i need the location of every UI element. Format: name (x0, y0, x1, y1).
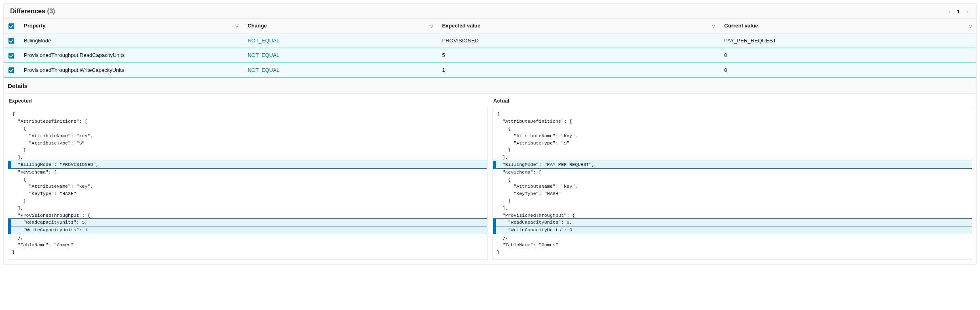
code-line: "ProvisionedThroughput": { (493, 212, 972, 219)
row-checkbox-cell[interactable] (4, 63, 19, 78)
checkbox-icon[interactable] (8, 23, 14, 29)
code-line: "AttributeName": "key", (8, 183, 487, 190)
code-line: { (493, 125, 972, 132)
code-line: }, (493, 234, 972, 241)
expected-column: Expected { "AttributeDefinitions": [ { "… (8, 94, 488, 259)
code-line: "WriteCapacityUnits": 1 (8, 226, 487, 234)
actual-label: Actual (493, 98, 972, 104)
cell-expected: PROVISIONED (437, 33, 720, 48)
table-row[interactable]: ProvisionedThroughput.WriteCapacityUnits… (4, 63, 976, 78)
cell-change[interactable]: NOT_EQUAL (243, 63, 437, 78)
code-line: } (493, 147, 972, 154)
checkbox-icon[interactable] (8, 67, 14, 73)
code-line: "AttributeName": "key", (493, 132, 972, 140)
cell-property: ProvisionedThroughput.ReadCapacityUnits (19, 48, 243, 63)
code-line: "AttributeDefinitions": [ (493, 118, 972, 125)
code-line: "AttributeType": "S" (8, 140, 487, 147)
differences-header: Differences (3) ‹ 1 › (4, 4, 976, 18)
column-header-property[interactable]: Property ▽ (19, 19, 243, 34)
sort-icon[interactable]: ▽ (969, 23, 972, 28)
actual-column: Actual { "AttributeDefinitions": [ { "At… (492, 94, 972, 259)
code-line: } (493, 249, 972, 256)
cell-current: PAY_PER_REQUEST (719, 33, 976, 48)
code-line: } (8, 147, 487, 154)
code-line: }, (8, 234, 487, 241)
code-line: "KeySchema": [ (493, 169, 972, 176)
code-line: "WriteCapacityUnits": 0 (493, 226, 972, 234)
sort-icon[interactable]: ▽ (235, 23, 239, 28)
differences-table-body: BillingModeNOT_EQUALPROVISIONEDPAY_PER_R… (4, 33, 976, 78)
code-line: "AttributeDefinitions": [ (8, 118, 487, 125)
sort-icon[interactable]: ▽ (712, 23, 715, 28)
column-header-property-label: Property (24, 23, 45, 29)
actual-codebox[interactable]: { "AttributeDefinitions": [ { "Attribute… (492, 107, 972, 259)
column-header-current[interactable]: Current value ▽ (719, 19, 976, 34)
code-line: "TableName": "Games" (493, 241, 972, 249)
details-row: Expected { "AttributeDefinitions": [ { "… (4, 93, 976, 264)
column-header-expected-label: Expected value (442, 23, 481, 29)
code-line: { (8, 176, 487, 183)
column-header-change-label: Change (247, 23, 267, 29)
code-line: ], (8, 205, 487, 212)
cell-property: ProvisionedThroughput.WriteCapacityUnits (19, 63, 243, 78)
table-row[interactable]: ProvisionedThroughput.ReadCapacityUnitsN… (4, 48, 976, 63)
differences-table: Property ▽ Change ▽ Expected value ▽ Cur… (4, 18, 976, 78)
row-checkbox-cell[interactable] (4, 48, 19, 63)
checkbox-icon[interactable] (8, 53, 14, 59)
table-row[interactable]: BillingModeNOT_EQUALPROVISIONEDPAY_PER_R… (4, 33, 976, 48)
code-line: ], (493, 154, 972, 161)
row-checkbox-cell[interactable] (4, 33, 19, 48)
pagination: ‹ 1 › (947, 8, 970, 15)
code-line: { (493, 176, 972, 183)
details-title: Details (4, 78, 976, 93)
code-line: "AttributeName": "key", (8, 132, 487, 140)
differences-count: (3) (47, 8, 55, 15)
code-line: ], (493, 205, 972, 212)
sort-icon[interactable]: ▽ (430, 23, 433, 28)
code-line: "ReadCapacityUnits": 5, (8, 218, 487, 226)
code-line: ], (8, 154, 487, 161)
cell-current: 0 (719, 48, 976, 63)
differences-title-text: Differences (10, 8, 45, 15)
column-header-expected[interactable]: Expected value ▽ (437, 19, 720, 34)
code-line: "ReadCapacityUnits": 0, (493, 218, 972, 226)
code-line: "AttributeType": "S" (493, 140, 972, 147)
column-header-current-label: Current value (724, 23, 758, 29)
code-line: "KeyType": "HASH" (8, 190, 487, 197)
table-header-row: Property ▽ Change ▽ Expected value ▽ Cur… (4, 19, 976, 34)
code-line: } (8, 197, 487, 205)
checkbox-icon[interactable] (8, 38, 14, 44)
code-line: "BillingMode": "PAY_PER_REQUEST", (493, 161, 972, 169)
cell-current: 0 (719, 63, 976, 78)
page-number: 1 (957, 8, 960, 15)
code-line: } (493, 197, 972, 205)
select-all-header[interactable] (4, 19, 19, 34)
column-header-change[interactable]: Change ▽ (243, 19, 437, 34)
cell-change[interactable]: NOT_EQUAL (243, 33, 437, 48)
expected-label: Expected (8, 98, 488, 104)
code-line: { (8, 125, 487, 132)
code-line: "ProvisionedThroughput": { (8, 212, 487, 219)
page-prev-icon[interactable]: ‹ (947, 8, 952, 15)
code-line: "BillingMode": "PROVISIONED", (8, 161, 487, 169)
cell-property: BillingMode (19, 33, 243, 48)
differences-panel: Differences (3) ‹ 1 › Property ▽ Change … (3, 3, 977, 265)
code-line: } (8, 249, 487, 256)
differences-title: Differences (3) (10, 8, 55, 15)
code-line: "KeyType": "HASH" (493, 190, 972, 197)
page-next-icon[interactable]: › (965, 8, 970, 15)
cell-change[interactable]: NOT_EQUAL (243, 48, 437, 63)
code-line: "KeySchema": [ (8, 169, 487, 176)
code-line: "TableName": "Games" (8, 241, 487, 249)
cell-expected: 1 (437, 63, 720, 78)
code-line: { (493, 111, 972, 118)
expected-codebox[interactable]: { "AttributeDefinitions": [ { "Attribute… (8, 107, 488, 259)
code-line: "AttributeName": "key", (493, 183, 972, 190)
cell-expected: 5 (437, 48, 720, 63)
code-line: { (8, 111, 487, 118)
